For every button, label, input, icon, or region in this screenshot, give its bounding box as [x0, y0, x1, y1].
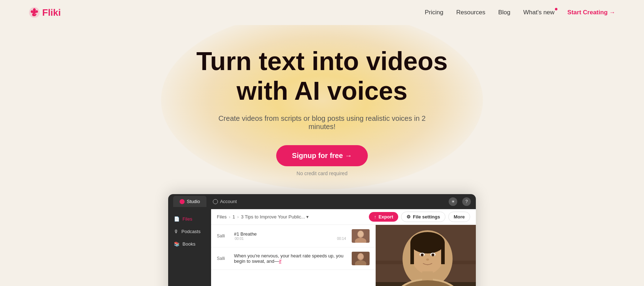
logo[interactable]: Fliki — [29, 7, 61, 18]
export-button[interactable]: ↑ Export — [369, 212, 398, 222]
no-credit-text: No credit card required — [297, 171, 347, 176]
settings-icon: ⚙ — [406, 214, 411, 220]
svg-point-5 — [358, 231, 363, 237]
scene-list: Salli #1 Breathe 00:01 00:14 — [211, 225, 376, 286]
scene-row-2: Salli When you're nervous, your heart ra… — [211, 247, 375, 270]
podcasts-icon: 🎙 — [174, 229, 179, 234]
hero-title: Turn text into videoswith AI voices — [196, 46, 448, 106]
breadcrumb-file-name[interactable]: 3 Tips to Improve Your Public... ▾ — [241, 214, 309, 220]
scene-text-highlight: if — [279, 258, 282, 264]
export-icon: ↑ — [374, 214, 376, 220]
app-main: Files › 1 › 3 Tips to Improve Your Publi… — [211, 209, 476, 286]
hero-section: Turn text into videoswith AI voices Crea… — [0, 25, 644, 286]
scene-speaker-1: Salli — [217, 233, 229, 238]
theme-toggle-button[interactable]: ☀ — [449, 197, 457, 206]
nav-pricing[interactable]: Pricing — [425, 9, 443, 16]
tab-studio[interactable]: Studio — [173, 196, 206, 207]
tab-account[interactable]: Account — [206, 196, 243, 207]
scene-row-inner-1: #1 Breathe 00:01 00:14 — [234, 231, 347, 241]
svg-point-9 — [358, 253, 363, 259]
scene-text-1: #1 Breathe — [234, 231, 347, 237]
app-toolbar: Files › 1 › 3 Tips to Improve Your Publi… — [211, 209, 476, 225]
app-preview: Studio Account ☀ ? 📄 Files 🎙 Podc — [168, 194, 476, 286]
logo-icon — [29, 7, 40, 18]
navbar: Fliki Pricing Resources Blog What's new … — [0, 0, 644, 25]
nav-start-creating[interactable]: Start Creating → — [567, 9, 615, 16]
signup-button[interactable]: Signup for free → — [276, 145, 368, 166]
books-icon: 📚 — [174, 241, 180, 247]
scene-text-content-1: #1 Breathe — [234, 231, 257, 237]
export-label: Export — [379, 214, 393, 220]
hero-content: Turn text into videoswith AI voices Crea… — [196, 46, 448, 194]
help-button[interactable]: ? — [462, 197, 471, 206]
breadcrumb: Files › 1 › 3 Tips to Improve Your Publi… — [217, 214, 366, 220]
account-icon — [213, 199, 218, 204]
svg-point-1 — [33, 11, 36, 14]
sidebar-books-label: Books — [182, 241, 195, 247]
scene-text-2: When you're nervous, your heart rate spe… — [234, 253, 347, 264]
nav-whats-new[interactable]: What's new — [523, 9, 555, 16]
more-label: More — [454, 214, 465, 220]
breadcrumb-sep-2: › — [237, 214, 239, 220]
topbar-right: ☀ ? — [449, 197, 471, 206]
app-sidebar: 📄 Files 🎙 Podcasts 📚 Books — [168, 209, 211, 286]
scene-row-inner-2: When you're nervous, your heart rate spe… — [234, 253, 347, 264]
sidebar-item-files[interactable]: 📄 Files — [168, 213, 211, 225]
svg-rect-18 — [441, 243, 445, 264]
tab-studio-label: Studio — [187, 199, 200, 204]
svg-rect-17 — [410, 243, 414, 264]
files-icon: 📄 — [174, 216, 180, 222]
app-body: 📄 Files 🎙 Podcasts 📚 Books Files — [168, 209, 476, 286]
scene-row: Salli #1 Breathe 00:01 00:14 — [211, 225, 375, 247]
scene-thumb-2[interactable] — [352, 252, 370, 265]
scene-duration-end-1: 00:14 — [337, 237, 346, 241]
more-button[interactable]: More — [448, 212, 470, 222]
preview-panel — [376, 225, 476, 286]
file-settings-label: File settings — [413, 214, 440, 220]
logo-wordmark: Fliki — [42, 7, 61, 18]
sidebar-item-podcasts[interactable]: 🎙 Podcasts — [168, 225, 211, 238]
breadcrumb-sep-1: › — [229, 214, 230, 220]
sidebar-podcasts-label: Podcasts — [181, 229, 200, 234]
scene-thumb-1[interactable] — [352, 229, 370, 243]
scene-thumb-img-1 — [352, 229, 370, 243]
studio-dot-icon — [180, 199, 185, 204]
sidebar-files-label: Files — [182, 216, 192, 222]
sidebar-item-books[interactable]: 📚 Books — [168, 238, 211, 250]
scene-thumb-img-2 — [352, 252, 370, 265]
file-settings-button[interactable]: ⚙ File settings — [401, 212, 445, 222]
nav-links: Pricing Resources Blog What's new Start … — [425, 9, 615, 16]
hero-subtitle: Create videos from scripts or blog posts… — [215, 114, 429, 131]
scene-speaker-2: Salli — [217, 256, 229, 261]
svg-point-21 — [421, 253, 424, 256]
svg-point-23 — [426, 258, 429, 261]
breadcrumb-files: Files — [217, 214, 226, 220]
nav-blog[interactable]: Blog — [498, 9, 510, 16]
breadcrumb-1: 1 — [233, 214, 235, 220]
scene-duration-start-1: 00:01 — [235, 237, 244, 241]
scene-duration-1: 00:01 00:14 — [234, 237, 347, 241]
app-topbar: Studio Account ☀ ? — [168, 194, 476, 209]
svg-point-16 — [410, 232, 445, 253]
nav-resources[interactable]: Resources — [456, 9, 485, 16]
preview-image — [376, 225, 476, 286]
svg-point-22 — [431, 253, 434, 256]
tab-account-label: Account — [220, 199, 237, 204]
app-content: Salli #1 Breathe 00:01 00:14 — [211, 225, 476, 286]
